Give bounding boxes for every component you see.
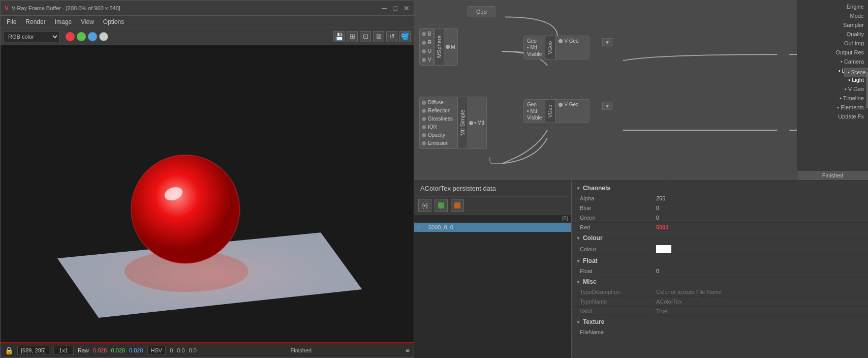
section-header-misc[interactable]: ▼ Misc (572, 276, 868, 287)
acolortex-panel: AColorTex persistent data {•} {0} (414, 181, 572, 358)
save-icon[interactable]: 💾 (333, 31, 345, 42)
arrow-icon: ▼ (576, 279, 581, 285)
menu-icon[interactable]: ≡ (406, 346, 410, 354)
prop-label-green: Green (580, 215, 656, 221)
alpha-channel-circle[interactable] (99, 32, 108, 41)
act-icon-orange[interactable] (451, 199, 464, 212)
port-diffuse: Diffuse (422, 99, 455, 106)
port-m (446, 45, 450, 49)
section-title: Texture (583, 318, 604, 325)
section-header-texture[interactable]: ▼ Texture (572, 316, 868, 327)
msphere-label: MSphere (436, 36, 442, 58)
properties-panel: AColorTex persistent data {•} {0} (414, 181, 868, 358)
prop-row-float: Float 0 (572, 266, 868, 276)
acolortex-list: {0} 0 5000, 0, 0 (414, 215, 571, 358)
vgeo-node-1[interactable]: Geo • Mtl Visible VGeo V Geo (523, 36, 590, 59)
minimize-button[interactable]: ─ (382, 4, 387, 12)
vray-logo-icon: V (5, 5, 9, 12)
render-update-fx[interactable]: Update Fx (797, 112, 868, 121)
prop-row-red: Red 5000 (572, 223, 868, 232)
prop-row-filename: FileName (572, 327, 868, 337)
crop-icon[interactable]: ⊠ (373, 31, 384, 42)
geo-top-node[interactable]: Geo (468, 6, 495, 17)
mtl-simple-node[interactable]: Diffuse Reflection Glossiness IOR Opacit… (419, 97, 487, 149)
prop-section-colour: ▼ Colour Colour (572, 232, 868, 255)
prop-value-typedesc: Color or texture File Name (656, 289, 860, 295)
vgeo2-left-ports: Geo • Mtl Visible (524, 100, 545, 123)
render-v-geo[interactable]: • V Geo (797, 84, 868, 94)
blue-channel-circle[interactable] (88, 32, 97, 41)
hsv-label[interactable]: HSV (147, 346, 166, 355)
section-header-float[interactable]: ▼ Float (572, 255, 868, 266)
red-channel-circle[interactable] (66, 32, 75, 41)
prop-row-alpha: Alpha 255 (572, 194, 868, 203)
menu-render[interactable]: Render (21, 17, 49, 26)
vgeo1-center: VGeo (545, 36, 555, 59)
act-list-item[interactable]: 0 5000, 0, 0 (414, 223, 571, 232)
undo-icon[interactable]: ↺ (386, 31, 397, 42)
render-timeline[interactable]: • Timeline (797, 94, 868, 103)
act-icon-green[interactable] (435, 199, 448, 212)
menu-file[interactable]: File (3, 17, 20, 26)
select-region-icon[interactable]: ⊡ (360, 31, 371, 42)
maximize-button[interactable]: □ (393, 4, 397, 12)
render-output-res[interactable]: Output Res (797, 48, 868, 57)
bucket-icon[interactable]: 🪣 (399, 31, 411, 42)
section-title: Channels (583, 185, 610, 192)
render-light[interactable]: • Light (797, 75, 868, 84)
prop-label-filename: FileName (580, 329, 656, 335)
prop-label-float: Float (580, 268, 656, 274)
properties-detail-panel: ▼ Channels Alpha 255 Blue 0 Green 0 (572, 181, 868, 358)
act-icon-params[interactable]: {•} (418, 199, 431, 212)
arrow-icon: ▼ (576, 319, 581, 325)
menu-view[interactable]: View (77, 17, 98, 26)
geo-node-label: Geo (476, 9, 487, 15)
port-v: V (422, 56, 431, 63)
extra-val-2: 0.0 (177, 347, 184, 353)
prop-label-colour: Colour (580, 246, 656, 252)
output-arrow-1[interactable]: ▼ (602, 38, 612, 46)
node-editor[interactable]: Geo B R U V MSphere M (414, 0, 868, 181)
vray-titlebar: V V-Ray Frame Buffer - [200.0% of 960 x … (1, 1, 414, 16)
vgeo1-right-ports: V Geo (555, 36, 581, 59)
port-emission: Emission (422, 140, 455, 146)
prop-row-valid: Valid True (572, 307, 868, 316)
render-sampler[interactable]: Sampler (797, 20, 868, 29)
value-b: 0.028 (129, 347, 143, 353)
render-mode[interactable]: Mode (797, 11, 868, 20)
sample-size[interactable]: 1x1 (53, 346, 74, 355)
window-controls[interactable]: ─ □ ✕ (382, 4, 410, 12)
prop-label-red: Red (580, 224, 656, 230)
render-camera[interactable]: • Camera (797, 57, 868, 66)
port-b: B (422, 31, 431, 37)
scene-node[interactable]: • Scene (844, 68, 868, 76)
colour-swatch[interactable] (656, 245, 671, 253)
menu-image[interactable]: Image (51, 17, 76, 26)
vray-toolbar: RGB color 💾 ⊞ ⊡ ⊠ ↺ 🪣 (1, 28, 414, 45)
vgeo-node-2[interactable]: Geo • Mtl Visible VGeo V Geo (523, 99, 590, 123)
section-header-channels[interactable]: ▼ Channels (572, 183, 868, 194)
section-title: Misc (583, 278, 597, 285)
output-arrow-2[interactable]: ▼ (602, 102, 612, 110)
close-button[interactable]: ✕ (404, 4, 410, 12)
prop-row-typename: TypeName AColorTex (572, 297, 868, 307)
export-icon[interactable]: ⊞ (347, 31, 358, 42)
arrow-icon: ▼ (576, 235, 581, 241)
render-finished-status: Finished (797, 171, 868, 180)
section-header-colour[interactable]: ▼ Colour (572, 232, 868, 244)
prop-row-green: Green 0 (572, 213, 868, 223)
channel-select[interactable]: RGB color (4, 31, 59, 42)
render-quality[interactable]: Quality (797, 29, 868, 39)
lock-icon: 🔒 (5, 346, 13, 354)
vray-canvas (1, 45, 414, 342)
mtl-simple-label: Mtl Simple (459, 110, 466, 136)
arrow-icon: ▼ (576, 258, 581, 264)
menu-options[interactable]: Options (99, 17, 128, 26)
right-panel: Geo B R U V MSphere M (414, 0, 868, 358)
render-elements[interactable]: • Elements (797, 103, 868, 112)
prop-row-colour: Colour (572, 244, 868, 255)
render-engine[interactable]: Engine (797, 2, 868, 11)
green-channel-circle[interactable] (77, 32, 86, 41)
render-out-img[interactable]: Out Img (797, 39, 868, 48)
msphere-node[interactable]: B R U V MSphere M (419, 28, 458, 66)
